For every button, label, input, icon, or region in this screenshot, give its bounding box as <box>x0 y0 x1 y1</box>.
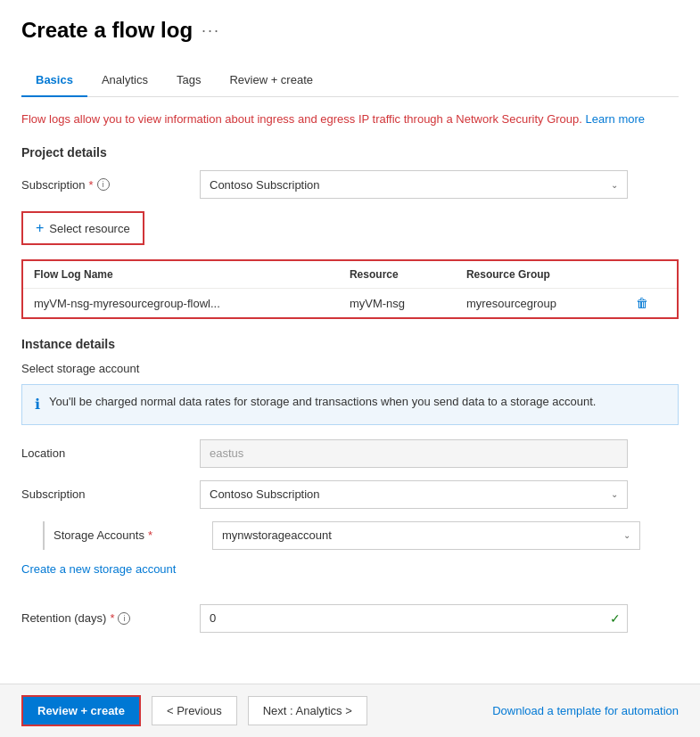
storage-accounts-select[interactable]: mynwstorageaccount ⌄ <box>212 521 640 550</box>
instance-details-section: Instance details Select storage account … <box>21 337 679 632</box>
more-options-icon[interactable]: ··· <box>202 21 220 40</box>
subscription-info-icon[interactable]: i <box>97 178 110 191</box>
col-actions <box>625 261 677 289</box>
review-create-button[interactable]: Review + create <box>21 695 141 726</box>
storage-info-text: You'll be charged normal data rates for … <box>49 394 596 410</box>
create-storage-account-link[interactable]: Create a new storage account <box>21 562 176 576</box>
storage-account-label: Select storage account <box>21 362 679 375</box>
delete-cell[interactable]: 🗑 <box>625 289 677 318</box>
select-resource-label: Select resource <box>49 222 129 235</box>
storage-accounts-row: Storage Accounts * mynwstorageaccount ⌄ <box>21 521 679 550</box>
info-banner-text: Flow logs allow you to view information … <box>21 112 582 126</box>
location-label: Location <box>21 446 200 460</box>
instance-subscription-label: Subscription <box>21 487 200 501</box>
resource-table-container: Flow Log Name Resource Resource Group my… <box>21 259 679 319</box>
storage-info-box: ℹ You'll be charged normal data rates fo… <box>21 384 679 424</box>
next-analytics-button[interactable]: Next : Analytics > <box>248 696 367 725</box>
table-row: myVM-nsg-myresourcegroup-flowl... myVM-n… <box>23 289 677 318</box>
page-header: Create a flow log ··· <box>21 18 679 43</box>
resource-cell: myVM-nsg <box>339 289 456 318</box>
resource-group-cell: myresourcegroup <box>456 289 625 318</box>
location-field <box>200 439 628 468</box>
project-details-title: Project details <box>21 145 679 160</box>
retention-info-icon[interactable]: i <box>118 612 130 625</box>
instance-subscription-select[interactable]: Contoso Subscription ⌄ <box>200 480 628 509</box>
storage-accounts-label: Storage Accounts * <box>54 528 212 542</box>
storage-accounts-chevron-icon: ⌄ <box>623 530 630 540</box>
subscription-select[interactable]: Contoso Subscription ⌄ <box>200 170 628 199</box>
retention-label: Retention (days) * i <box>21 611 200 625</box>
tab-bar: Basics Analytics Tags Review + create <box>21 64 679 97</box>
delete-icon[interactable]: 🗑 <box>636 296 648 310</box>
subscription-chevron-icon: ⌄ <box>611 180 618 190</box>
checkmark-icon: ✓ <box>610 611 621 626</box>
select-resource-button[interactable]: + Select resource <box>21 211 144 245</box>
tab-tags[interactable]: Tags <box>162 64 215 97</box>
info-banner: Flow logs allow you to view information … <box>21 111 679 127</box>
subscription-row: Subscription * i Contoso Subscription ⌄ <box>21 170 679 199</box>
subscription-label: Subscription * i <box>21 178 200 192</box>
indent-bar <box>43 521 45 550</box>
previous-button[interactable]: < Previous <box>152 696 237 725</box>
location-input <box>200 439 628 468</box>
bottom-nav: Review + create < Previous Next : Analyt… <box>0 684 700 737</box>
flow-log-name-cell: myVM-nsg-myresourcegroup-flowl... <box>23 289 339 318</box>
col-resource: Resource <box>339 261 456 289</box>
instance-subscription-row: Subscription Contoso Subscription ⌄ <box>21 480 679 509</box>
resource-table: Flow Log Name Resource Resource Group my… <box>23 261 677 317</box>
plus-icon: + <box>36 220 44 236</box>
location-row: Location <box>21 439 679 468</box>
retention-input-wrapper: ✓ <box>200 604 628 633</box>
instance-subscription-chevron-icon: ⌄ <box>611 489 618 499</box>
col-flow-log-name: Flow Log Name <box>23 261 339 289</box>
tab-review-create[interactable]: Review + create <box>215 64 327 97</box>
download-template-link[interactable]: Download a template for automation <box>492 704 679 717</box>
retention-row: Retention (days) * i ✓ <box>21 604 679 633</box>
learn-more-link[interactable]: Learn more <box>586 112 645 126</box>
instance-details-title: Instance details <box>21 337 679 351</box>
tab-analytics[interactable]: Analytics <box>87 64 162 97</box>
retention-input[interactable] <box>200 604 628 633</box>
page-title: Create a flow log <box>21 18 193 43</box>
col-resource-group: Resource Group <box>456 261 625 289</box>
tab-basics[interactable]: Basics <box>21 64 87 97</box>
info-circle-icon: ℹ <box>35 395 40 414</box>
